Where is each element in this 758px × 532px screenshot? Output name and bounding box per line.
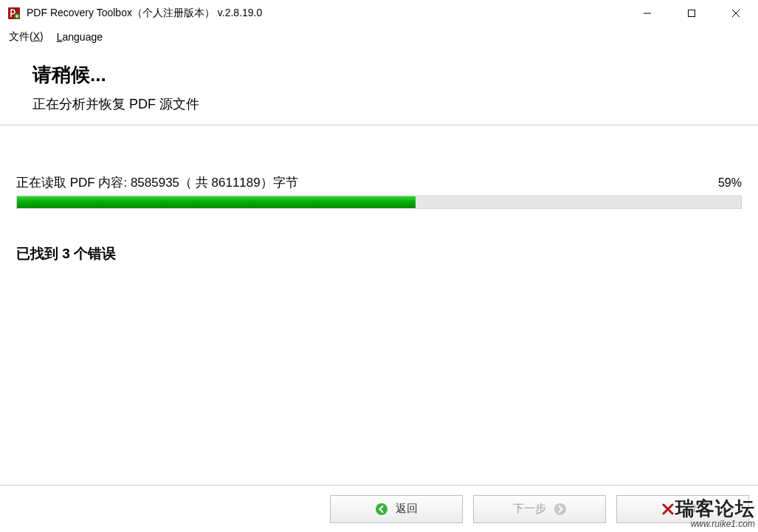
window-controls <box>625 0 758 27</box>
progress-bar-fill <box>17 196 416 208</box>
exit-button-label: 退出 <box>682 502 704 516</box>
svg-rect-3 <box>689 10 695 17</box>
close-x-icon <box>661 502 675 516</box>
exit-button[interactable]: 退出 <box>616 495 749 523</box>
header-section: 请稍候... 正在分析并恢复 PDF 源文件 <box>0 47 758 125</box>
maximize-button[interactable] <box>669 0 714 27</box>
back-button[interactable]: 返回 <box>330 495 463 523</box>
page-title: 请稍候... <box>32 62 726 88</box>
back-button-label: 返回 <box>396 502 418 516</box>
errors-found-label: 已找到 3 个错误 <box>16 244 742 263</box>
window-title: PDF Recovery Toolbox（个人注册版本） v.2.8.19.0 <box>27 7 625 20</box>
close-button[interactable] <box>714 0 758 27</box>
page-subtitle: 正在分析并恢复 PDF 源文件 <box>32 95 726 113</box>
content-area: 正在读取 PDF 内容: 8585935（ 共 8611189）字节 59% 已… <box>0 125 758 263</box>
progress-info-row: 正在读取 PDF 内容: 8585935（ 共 8611189）字节 59% <box>16 174 742 191</box>
app-icon <box>7 7 21 20</box>
next-arrow-icon <box>554 502 567 516</box>
svg-point-7 <box>554 503 566 515</box>
back-arrow-icon <box>375 502 388 516</box>
svg-point-6 <box>376 503 387 515</box>
titlebar: PDF Recovery Toolbox（个人注册版本） v.2.8.19.0 <box>0 0 758 27</box>
menu-file[interactable]: 文件(X) <box>9 30 44 44</box>
menu-language[interactable]: Language <box>57 31 103 43</box>
progress-percent: 59% <box>718 176 742 190</box>
next-button-label: 下一步 <box>513 502 546 516</box>
minimize-button[interactable] <box>625 0 669 27</box>
progress-bar <box>16 196 742 209</box>
progress-label: 正在读取 PDF 内容: 8585935（ 共 8611189）字节 <box>16 174 298 191</box>
bottom-bar: 返回 下一步 退出 <box>0 485 758 532</box>
next-button[interactable]: 下一步 <box>473 495 606 523</box>
menubar: 文件(X) Language <box>0 27 758 47</box>
